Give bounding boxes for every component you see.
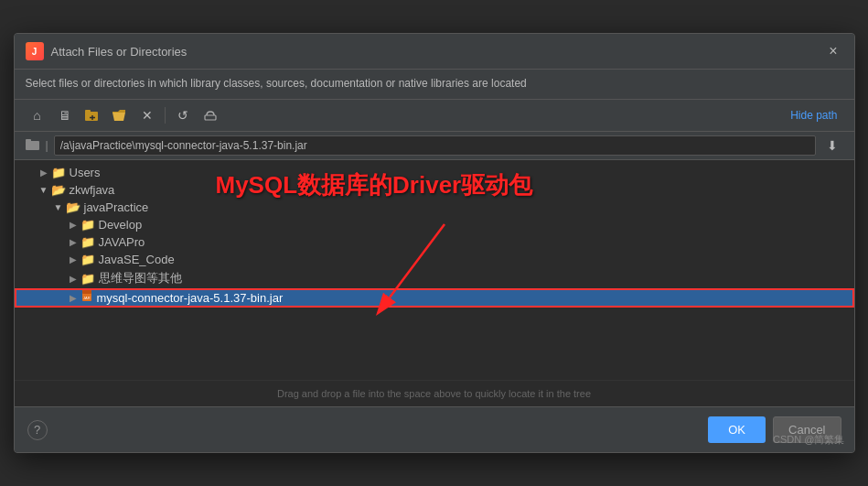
selected-row-wrapper: ▶ JAR mysql-connector-java-5.1.37-bin.ja… (15, 288, 854, 308)
folder-icon-users: 📁 (51, 166, 66, 179)
label-users: Users (70, 166, 101, 179)
svg-marker-5 (113, 113, 125, 121)
tree-item-zkwfjava[interactable]: ▼ 📂 zkwfjava (15, 181, 854, 199)
arrow-develop: ▶ (66, 220, 80, 230)
svg-rect-10 (82, 290, 91, 294)
link-icon[interactable] (198, 105, 222, 125)
refresh-icon[interactable]: ↺ (171, 105, 195, 125)
svg-rect-6 (205, 115, 216, 120)
home-icon[interactable]: ⌂ (26, 105, 49, 125)
label-javapro: JAVAPro (99, 235, 145, 249)
svg-text:JAR: JAR (83, 296, 91, 300)
dialog-subtitle: Select files or directories in which lib… (15, 70, 854, 100)
label-javapractice: javaPractice (84, 200, 149, 214)
file-tree[interactable]: ▶ 📁 Users ▼ 📂 zkwfjava ▼ 📂 javaPractice … (15, 160, 854, 380)
folder-icon-javase: 📁 (80, 253, 95, 266)
svg-rect-1 (85, 110, 91, 113)
title-bar: J Attach Files or Directories × (15, 34, 854, 70)
path-bar: | ⬇ (15, 132, 854, 160)
label-zkwfjava: zkwfjava (70, 183, 115, 197)
label-jar: mysql-connector-java-5.1.37-bin.jar (97, 291, 284, 305)
toolbar: ⌂ 🖥 ✕ ↺ Hide path (15, 100, 854, 132)
computer-icon[interactable]: 🖥 (53, 105, 77, 125)
tree-item-javase[interactable]: ▶ 📁 JavaSE_Code (15, 251, 854, 268)
separator-1 (165, 107, 166, 124)
label-javase: JavaSE_Code (99, 253, 175, 266)
help-button[interactable]: ? (27, 420, 48, 440)
arrow-javapro: ▶ (66, 237, 80, 247)
svg-rect-8 (26, 139, 31, 142)
arrow-javase: ▶ (66, 254, 80, 265)
svg-rect-0 (85, 112, 98, 121)
folder-icon-develop: 📁 (80, 218, 95, 232)
path-download-button[interactable]: ⬇ (821, 136, 843, 155)
tree-item-javapro[interactable]: ▶ 📁 JAVAPro (15, 233, 854, 251)
toolbar-icons: ⌂ 🖥 ✕ ↺ (26, 105, 222, 125)
path-folder-icon (26, 138, 40, 154)
delete-icon[interactable]: ✕ (135, 105, 159, 125)
app-icon: J (26, 42, 44, 60)
hide-path-button[interactable]: Hide path (785, 106, 842, 124)
drag-hint: Drag and drop a file into the space abov… (15, 380, 854, 406)
folder-icon-javapro: 📁 (80, 235, 95, 249)
ok-button[interactable]: OK (708, 416, 766, 443)
dialog-title: Attach Files or Directories (51, 45, 188, 59)
path-input[interactable] (54, 135, 816, 156)
arrow-javapractice: ▼ (51, 202, 66, 212)
folder-new-icon[interactable] (80, 105, 104, 125)
arrow-zkwfjava: ▼ (37, 185, 51, 195)
arrow-mindmap: ▶ (66, 274, 80, 284)
folder-icon-zkwfjava: 📂 (51, 183, 66, 197)
title-bar-left: J Attach Files or Directories (26, 42, 188, 60)
close-button[interactable]: × (823, 41, 842, 61)
label-develop: Develop (99, 218, 143, 232)
tree-item-jar[interactable]: ▶ JAR mysql-connector-java-5.1.37-bin.ja… (15, 288, 854, 308)
jar-icon: JAR (80, 290, 93, 306)
folder-icon-javapractice: 📂 (66, 200, 80, 214)
folder-open-icon[interactable] (108, 105, 132, 125)
tree-item-mindmap[interactable]: ▶ 📁 思维导图等其他 (15, 268, 854, 288)
folder-icon-mindmap: 📁 (80, 272, 95, 286)
arrow-jar: ▶ (66, 293, 80, 303)
tree-item-users[interactable]: ▶ 📁 Users (15, 164, 854, 181)
label-mindmap: 思维导图等其他 (99, 270, 182, 286)
tree-item-javapractice[interactable]: ▼ 📂 javaPractice (15, 199, 854, 216)
tree-item-develop[interactable]: ▶ 📁 Develop (15, 216, 854, 233)
arrow-users: ▶ (37, 167, 51, 178)
bottom-bar: ? OK Cancel (15, 406, 854, 452)
svg-marker-4 (113, 110, 125, 113)
attach-dialog: J Attach Files or Directories × Select f… (14, 33, 855, 453)
path-separator: | (46, 139, 48, 152)
svg-rect-7 (26, 141, 39, 150)
watermark: CSDN @简繁集 (773, 433, 844, 447)
